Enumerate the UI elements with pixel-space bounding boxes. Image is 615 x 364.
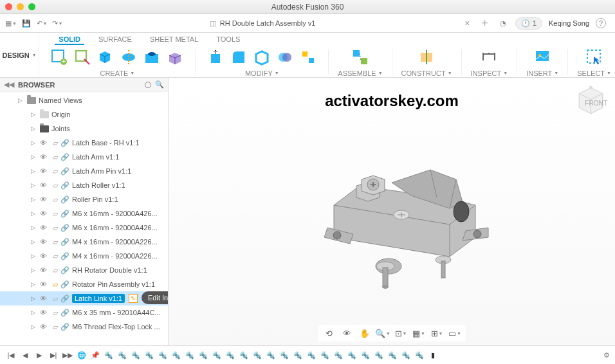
browser-tree[interactable]: ▷Named Views▷Origin▷Joints▷👁▱🔗Latch Base…	[0, 92, 168, 345]
visibility-icon[interactable]: 👁	[40, 167, 50, 175]
visibility-icon[interactable]: 👁	[40, 252, 50, 260]
visibility-icon[interactable]: 👁	[40, 139, 50, 147]
timeline-feature[interactable]: 🔩	[238, 349, 250, 361]
timeline-end-icon[interactable]: ▶▶	[62, 349, 73, 361]
combine-icon[interactable]	[274, 46, 296, 68]
timeline-feature[interactable]: 🔩	[387, 349, 398, 361]
expand-icon[interactable]: ▷	[31, 281, 37, 287]
visibility-icon[interactable]: 👁	[40, 210, 50, 217]
new-component-icon[interactable]: +	[48, 46, 70, 68]
user-name[interactable]: Keqing Song	[549, 19, 589, 27]
extensions-icon[interactable]: ◔	[497, 17, 509, 29]
visibility-icon[interactable]: 👁	[40, 153, 50, 161]
close-tab-icon[interactable]: ×	[462, 18, 472, 28]
grid-icon[interactable]: ⊞▼	[431, 327, 443, 339]
expand-icon[interactable]: ▷	[31, 267, 37, 273]
tree-row[interactable]: ▷Joints	[0, 122, 168, 136]
shell-icon[interactable]	[251, 46, 273, 68]
document-tab[interactable]: ◫ RH Double Latch Assembly v1	[68, 19, 457, 28]
tab-tools[interactable]: TOOLS	[216, 35, 240, 43]
timeline-feature[interactable]: 🔩	[306, 349, 317, 361]
expand-icon[interactable]: ▷	[31, 309, 37, 316]
expand-icon[interactable]: ▷	[31, 140, 37, 146]
tree-row[interactable]: ▷👁▱🔗Latch Roller v1:1	[0, 178, 168, 192]
visibility-icon[interactable]: 👁	[40, 323, 50, 331]
tree-row[interactable]: ▷👁▱🔗M6 x 16mm - 92000A426...	[0, 221, 168, 235]
insert-group-label[interactable]: INSERT▼	[526, 69, 558, 77]
tab-solid[interactable]: SOLID	[59, 35, 80, 43]
timeline-feature[interactable]: 🔩	[143, 349, 155, 361]
timeline-feature[interactable]: 🔩	[333, 349, 344, 361]
help-icon[interactable]: ?	[596, 18, 606, 28]
visibility-icon[interactable]: 👁	[40, 181, 50, 189]
tree-row[interactable]: ▷👁▱🔗RH Rotator Double v1:1	[0, 263, 168, 277]
pan-icon[interactable]: ✋	[359, 327, 371, 339]
tree-row[interactable]: ▷👁▱🔗Latch Arm v1:1	[0, 150, 168, 164]
close-window-icon[interactable]	[5, 3, 12, 10]
timeline-play-icon[interactable]: ▶	[33, 349, 45, 361]
edit-in-place-icon[interactable]: ✎	[129, 294, 138, 303]
timeline-feature[interactable]: 🌐	[76, 349, 87, 361]
fit-icon[interactable]: ⊡▼	[395, 327, 407, 339]
tree-row[interactable]: ▷👁▱🔗Roller Pin v1:1	[0, 192, 168, 206]
minimize-window-icon[interactable]	[17, 3, 24, 10]
visibility-icon[interactable]: 👁	[40, 266, 50, 274]
timeline-feature[interactable]: 🔩	[157, 349, 169, 361]
search-icon[interactable]: 🔍	[155, 80, 164, 89]
assemble-icon[interactable]	[349, 46, 371, 68]
tab-sheetmetal[interactable]: SHEET METAL	[150, 35, 198, 43]
select-group-label[interactable]: SELECT▼	[577, 69, 611, 77]
tree-row[interactable]: ▷👁▱🔗M4 x 16mm - 92000A226...	[0, 235, 168, 249]
timeline-feature[interactable]: 🔩	[265, 349, 277, 361]
timeline-feature[interactable]: 🔩	[346, 349, 358, 361]
tree-row[interactable]: ▷Origin	[0, 107, 168, 122]
tree-row[interactable]: ▷👁▱🔗M6 Thread Flex-Top Lock ...	[0, 320, 168, 334]
redo-icon[interactable]: ↷▼	[51, 17, 63, 29]
revolve-icon[interactable]	[118, 46, 140, 68]
filter-icon[interactable]	[145, 82, 151, 88]
timeline-feature[interactable]: 🔩	[292, 349, 304, 361]
timeline-feature[interactable]: 🔩	[400, 349, 412, 361]
timeline-feature[interactable]: 🔩	[414, 349, 425, 361]
timeline-feature[interactable]: 📌	[89, 349, 101, 361]
timeline-feature[interactable]: 🔩	[225, 349, 236, 361]
visibility-icon[interactable]: 👁	[40, 238, 50, 246]
visibility-icon[interactable]: 👁	[40, 196, 50, 203]
visibility-icon[interactable]: 👁	[40, 295, 50, 302]
expand-icon[interactable]: ▷	[31, 196, 37, 203]
visibility-icon[interactable]: 👁	[40, 280, 50, 288]
timeline-feature[interactable]: 🔩	[252, 349, 263, 361]
assemble-group-label[interactable]: ASSEMBLE▼	[338, 69, 382, 77]
inspect-icon[interactable]	[478, 46, 500, 68]
timeline-feature[interactable]: 🔩	[279, 349, 290, 361]
sketch-icon[interactable]	[71, 46, 93, 68]
modify-group-label[interactable]: MODIFY▼	[245, 69, 279, 77]
tab-surface[interactable]: SURFACE	[98, 35, 132, 43]
tree-row[interactable]: ▷👁▱🔗M6 x 35 mm - 92010A44C...	[0, 305, 168, 320]
timeline-prev-icon[interactable]: ◀	[19, 349, 31, 361]
job-status[interactable]: 🕐 1	[515, 17, 542, 30]
timeline-feature[interactable]: 🔩	[184, 349, 196, 361]
timeline-feature[interactable]: 🔩	[211, 349, 223, 361]
expand-icon[interactable]: ▷	[31, 295, 37, 302]
timeline-feature[interactable]: 🔩	[373, 349, 385, 361]
tree-row[interactable]: ▷Named Views	[0, 93, 168, 107]
new-tab-icon[interactable]: +	[477, 17, 492, 30]
tree-row[interactable]: ▷👁▱🔗M6 x 16mm - 92000A426...	[0, 206, 168, 221]
expand-icon[interactable]: ▷	[31, 224, 37, 231]
tree-row[interactable]: ▷👁▱🔗Latch Link v1:1✎Edit In Place	[0, 291, 168, 305]
orbit-icon[interactable]: ⟲	[323, 327, 335, 339]
timeline-settings-icon[interactable]: ⚙	[603, 351, 610, 359]
viewport[interactable]: activatorskey.com FRONT	[169, 78, 615, 345]
visibility-icon[interactable]: 👁	[40, 224, 50, 232]
construct-icon[interactable]	[416, 46, 437, 68]
workspace-switcher[interactable]: DESIGN ▼	[0, 33, 39, 77]
look-icon[interactable]: 👁	[341, 327, 353, 339]
timeline-feature[interactable]: 🔩	[103, 349, 115, 361]
expand-icon[interactable]: ▷	[31, 154, 37, 160]
undo-icon[interactable]: ↶▼	[36, 17, 48, 29]
create-group-label[interactable]: CREATE▼	[100, 69, 134, 77]
timeline-feature[interactable]: 🔩	[130, 349, 142, 361]
expand-icon[interactable]: ▷	[31, 239, 37, 245]
fillet-icon[interactable]	[228, 46, 250, 68]
